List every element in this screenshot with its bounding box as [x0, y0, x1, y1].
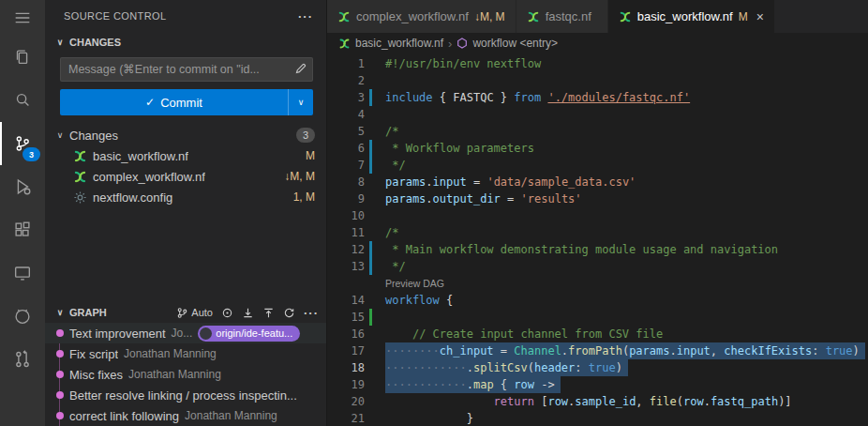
gutter — [365, 326, 385, 342]
commit-dot-icon — [56, 329, 64, 337]
target-icon[interactable] — [221, 307, 233, 319]
tab-basic-workflow[interactable]: basic_workflow.nf M × — [608, 0, 775, 33]
line-number: 1 — [327, 55, 365, 72]
changed-file-row[interactable]: basic_workflow.nf M — [45, 145, 326, 166]
source-control-button[interactable]: 3 — [0, 122, 45, 165]
code-line[interactable]: 16 // Create input channel from CSV file — [327, 326, 868, 342]
changes-tree-item[interactable]: ∨ Changes 3 — [45, 125, 326, 145]
tab-complex-workflow[interactable]: complex_workflow.nf ↓M, M — [327, 0, 516, 33]
code-line[interactable]: 15 — [327, 309, 868, 326]
commit-row[interactable]: Fix script Jonathan Manning — [45, 343, 326, 364]
line-number: 21 — [327, 410, 365, 426]
graph-section-header[interactable]: ∨ GRAPH Auto ··· — [45, 302, 326, 323]
commit-message: Fix script — [69, 347, 118, 361]
commit-row[interactable]: Misc fixes Jonathan Manning — [45, 364, 326, 385]
commit-author: Jonathan Manning — [128, 368, 221, 381]
commit-row[interactable]: Text improvement Jo... origin/ide-featu.… — [45, 323, 326, 343]
code-line[interactable]: 13 */ — [327, 258, 868, 275]
commit-dot-icon — [56, 371, 64, 378]
code-line[interactable]: 20 return [row.sample_id, file(row.fastq… — [327, 393, 868, 410]
auto-branch-toggle[interactable]: Auto — [176, 307, 213, 319]
branch-tag-label: origin/ide-featu... — [216, 327, 292, 339]
breadcrumb-symbol[interactable]: workflow <entry> — [472, 37, 558, 50]
line-number — [327, 275, 365, 292]
commit-message-input[interactable] — [60, 57, 313, 82]
code-line[interactable]: 21 } — [327, 410, 868, 426]
graph-more-actions-icon[interactable]: ··· — [304, 306, 319, 320]
code-line-content: // Create input channel from CSV file — [385, 326, 663, 342]
breadcrumb-file[interactable]: basic_workflow.nf — [355, 37, 443, 50]
commit-dropdown-button[interactable]: ∨ — [288, 89, 313, 115]
branch-icon — [176, 307, 188, 319]
gutter — [365, 207, 385, 224]
code-line-content: params.output_dir = 'results' — [385, 190, 582, 207]
commit-row[interactable]: correct link following Jonathan Manning — [45, 405, 326, 426]
extensions-button[interactable] — [0, 208, 45, 251]
git-status: ↓M, M — [284, 170, 315, 183]
close-icon[interactable]: × — [756, 10, 764, 23]
commit-dot-icon — [56, 391, 64, 399]
code-line[interactable]: 7 */ — [327, 157, 868, 174]
code-line[interactable]: 6 * Workflow parameters — [327, 140, 868, 157]
commit-message: Better resolve linking / process inspect… — [69, 388, 297, 403]
code-line[interactable]: 9params.output_dir = 'results' — [327, 190, 868, 207]
chevron-down-icon: ∨ — [52, 130, 67, 140]
search-button[interactable] — [0, 79, 45, 122]
code-line-content: /* — [385, 224, 398, 241]
code-line-content: */ — [385, 258, 406, 275]
run-debug-button[interactable] — [0, 165, 45, 208]
code-line[interactable]: 19············.map { row -> — [327, 376, 868, 393]
monitor-icon — [12, 263, 33, 283]
code-line[interactable]: 2 — [327, 72, 868, 89]
line-number: 4 — [327, 106, 365, 123]
more-actions-icon[interactable]: ··· — [298, 9, 313, 23]
code-line[interactable]: 17········ch_input = Channel.fromPath(pa… — [327, 342, 868, 359]
code-line-content: ············.map { row -> — [385, 376, 561, 393]
code-line[interactable]: 12 * Main workflow demonstrating module … — [327, 241, 868, 258]
codelens-preview-dag[interactable]: Preview DAG — [385, 275, 444, 292]
changed-file-row[interactable]: complex_workflow.nf ↓M, M — [45, 166, 326, 187]
tab-label: basic_workflow.nf — [637, 9, 733, 23]
extensions-icon — [12, 220, 33, 240]
code-line[interactable]: 18············.splitCsv(header: true) — [327, 359, 868, 376]
tab-fastqc[interactable]: fastqc.nf — [516, 0, 608, 33]
line-number: 16 — [327, 326, 365, 342]
remote-explorer-button[interactable] — [0, 251, 45, 295]
commit-button[interactable]: ✓ Commit — [60, 89, 288, 115]
code-line[interactable]: 4 — [327, 106, 868, 123]
file-name: nextflow.config — [93, 190, 172, 205]
gutter — [365, 106, 385, 123]
changes-section-header[interactable]: ∨ CHANGES — [45, 32, 326, 53]
explorer-button[interactable] — [0, 36, 45, 79]
push-icon[interactable] — [262, 307, 275, 319]
line-number: 13 — [327, 258, 365, 275]
branch-tag[interactable]: origin/ide-featu... — [198, 326, 300, 342]
code-lines[interactable]: 1#!/usr/bin/env nextflow23include { FAST… — [327, 53, 868, 426]
gutter — [365, 376, 385, 393]
source-control-panel: SOURCE CONTROL ··· ∨ CHANGES ✓ Commit ∨ … — [45, 0, 326, 426]
code-line[interactable]: 1#!/usr/bin/env nextflow — [327, 55, 868, 72]
menu-button[interactable] — [0, 0, 45, 36]
gutter — [365, 309, 385, 326]
refresh-icon[interactable] — [283, 307, 295, 319]
changed-file-row[interactable]: nextflow.config 1, M — [45, 187, 326, 207]
git-modified-indicator — [369, 241, 372, 258]
github-button[interactable] — [0, 295, 45, 338]
hamburger-icon — [12, 8, 33, 28]
code-line[interactable]: 11/* — [327, 224, 868, 241]
pull-request-button[interactable] — [0, 338, 45, 381]
gutter — [365, 241, 385, 258]
commit-row[interactable]: Better resolve linking / process inspect… — [45, 385, 326, 405]
git-status: 1, M — [293, 190, 315, 204]
chevron-down-icon: ∨ — [52, 38, 67, 47]
code-line[interactable]: 10 — [327, 207, 868, 224]
code-line[interactable]: 5/* — [327, 123, 868, 140]
code-line[interactable]: 8params.input = 'data/sample_data.csv' — [327, 174, 868, 190]
generate-commit-message-icon[interactable] — [294, 62, 307, 78]
code-line[interactable]: 14workflow { — [327, 292, 868, 309]
fetch-icon[interactable] — [242, 307, 254, 319]
code-line[interactable]: 3include { FASTQC } from './modules/fast… — [327, 89, 868, 106]
commit-message: Text improvement — [69, 327, 166, 341]
codelens-row[interactable]: Preview DAG — [327, 275, 868, 292]
tab-bar: complex_workflow.nf ↓M, M fastqc.nf basi… — [327, 0, 868, 33]
